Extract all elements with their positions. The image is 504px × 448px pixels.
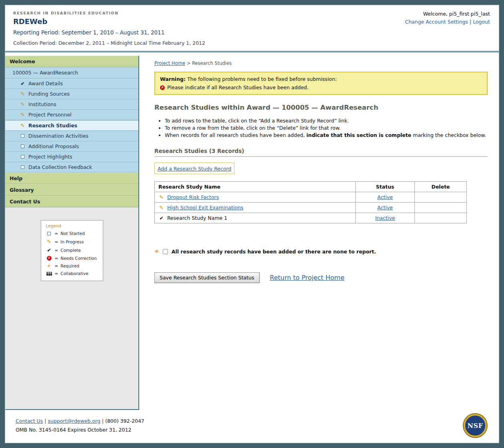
table-header-row: Research Study Name Status Delete [155, 182, 467, 192]
study-status-link[interactable]: Active [377, 194, 393, 200]
footer-email-link[interactable]: support@rdeweb.org [48, 418, 100, 424]
legend-eq: = [55, 239, 58, 244]
in-progress-icon: ✎ [20, 91, 26, 97]
page: RESEARCH IN DISABILITIES EDUCATION RDEWe… [5, 5, 499, 443]
sidebar-item-glossary[interactable]: Glossary [5, 184, 138, 196]
logout-link[interactable]: Logout [473, 19, 490, 25]
legend-eq: = [55, 263, 58, 268]
column-header-name: Research Study Name [155, 182, 356, 192]
breadcrumb-project-home-link[interactable]: Project Home [154, 60, 185, 66]
sidebar-item-award[interactable]: 100005 — AwardResearch [5, 67, 138, 78]
instruction-item: To remove a row from the table, click on… [165, 125, 488, 131]
in-progress-icon: ✎ [158, 194, 164, 200]
legend-eq: = [55, 271, 58, 276]
legend-item-required: ✳ = Required [46, 263, 99, 268]
welcome-user: Welcome, pi5_first pi5_last [405, 11, 490, 17]
in-progress-icon: ✎ [20, 123, 26, 129]
study-name-link[interactable]: High School Exit Examinations [167, 205, 243, 211]
sidebar-item-funding-sources[interactable]: ✎ Funding Sources [5, 89, 138, 99]
sidebar-item-project-personnel[interactable]: ✎ Project Personnel [5, 110, 138, 120]
sidebar-item-label: Award Details [28, 80, 63, 86]
study-name-link[interactable]: Dropout Risk Factors [167, 194, 219, 200]
warning-text: The following problems need to be fixed … [187, 76, 337, 82]
warning-item-text: Please indicate if all Research Studies … [167, 84, 309, 90]
sidebar-item-research-studies[interactable]: ✎ Research Studies [5, 120, 138, 131]
footer-contact-us-link[interactable]: Contact Us [16, 418, 43, 424]
collection-period: Collection Period: December 2, 2011 – Mi… [13, 40, 491, 46]
footer-omb: OMB No. 3145-0164 Expires October 31, 20… [16, 427, 491, 433]
return-to-project-home-link[interactable]: Return to Project Home [270, 274, 344, 281]
table-row: ✔ Research Study Name 1 Inactive [155, 213, 467, 223]
nsf-logo: NSF [464, 414, 487, 437]
warning-line: Warning: The following problems need to … [160, 76, 482, 82]
page-title: Research Studies within Award — 100005 —… [154, 104, 488, 111]
sidebar-item-label: Project Highlights [28, 154, 72, 160]
in-progress-icon: ✎ [158, 205, 164, 211]
save-section-status-button[interactable]: Save Research Studies Section Status [154, 272, 260, 283]
add-record-box: Add a Research Study Record [154, 163, 234, 174]
sidebar-item-label: Research Studies [28, 123, 77, 129]
column-header-status: Status [356, 182, 415, 192]
sidebar-item-contact-us[interactable]: Contact Us [5, 196, 138, 207]
footer: Contact Us | support@rdeweb.org | (800) … [5, 410, 499, 443]
complete-icon: ✔ [20, 81, 26, 86]
actions-row: Save Research Studies Section Status Ret… [154, 272, 488, 283]
not-started-icon [46, 232, 52, 235]
legend: Legend = Not Started ✎ = In Progress ✔ = [41, 220, 103, 281]
sidebar-fill: Legend = Not Started ✎ = In Progress ✔ = [5, 207, 138, 409]
header-separator: | [470, 19, 471, 25]
breadcrumb: Project Home > Research Studies [154, 60, 488, 66]
change-account-settings-link[interactable]: Change Account Settings [405, 19, 468, 25]
main: Project Home > Research Studies Warning:… [139, 56, 499, 410]
legend-eq: = [55, 248, 58, 253]
instructions-list: To add rows to the table, click on the “… [165, 118, 488, 138]
legend-item-not-started: = Not Started [46, 231, 99, 236]
section-title: Research Studies (3 Records) [154, 148, 488, 154]
legend-item-collaborative: = Collaborative [46, 271, 99, 276]
sidebar: Welcome 100005 — AwardResearch ✔ Award D… [5, 56, 139, 410]
header: RESEARCH IN DISABILITIES EDUCATION RDEWe… [5, 5, 499, 52]
study-status-link[interactable]: Inactive [375, 215, 395, 221]
legend-label: Not Started [60, 231, 85, 236]
content: Welcome 100005 — AwardResearch ✔ Award D… [5, 56, 499, 410]
sidebar-item-help[interactable]: Help [5, 173, 138, 184]
footer-phone: (800) 392-2047 [105, 418, 144, 424]
breadcrumb-separator: > [187, 60, 191, 66]
sidebar-item-welcome[interactable]: Welcome [5, 56, 138, 67]
instruction-item: When records for all research studies ha… [165, 132, 488, 138]
sidebar-item-label: Institutions [28, 101, 56, 107]
not-started-icon [20, 145, 26, 148]
legend-label: Complete [60, 248, 81, 253]
sidebar-item-label: Funding Sources [28, 91, 70, 97]
study-status-link[interactable]: Active [377, 205, 393, 211]
section-complete-checkbox[interactable] [163, 249, 168, 254]
sidebar-item-additional-proposals[interactable]: Additional Proposals [5, 141, 138, 152]
header-spacer [5, 52, 499, 56]
legend-eq: = [55, 256, 58, 261]
warning-label: Warning: [160, 76, 186, 82]
legend-label: Needs Correction [60, 256, 97, 261]
sidebar-item-project-highlights[interactable]: Project Highlights [5, 152, 138, 162]
complete-icon: ✔ [46, 247, 52, 253]
delete-cell [415, 203, 467, 213]
not-started-icon [20, 155, 26, 159]
delete-cell [415, 213, 467, 223]
sidebar-item-award-details[interactable]: ✔ Award Details [5, 78, 138, 89]
footer-contact-line: Contact Us | support@rdeweb.org | (800) … [16, 418, 491, 424]
required-icon: ✳ [46, 263, 52, 268]
legend-item-complete: ✔ = Complete [46, 247, 99, 253]
breadcrumb-current: Research Studies [192, 60, 232, 66]
reporting-period: Reporting Period: September 1, 2010 – Au… [13, 29, 491, 36]
table-row: ✎ High School Exit Examinations Active [155, 203, 467, 213]
legend-item-in-progress: ✎ = In Progress [46, 239, 99, 245]
sidebar-item-dissemination-activities[interactable]: Dissemination Activities [5, 131, 138, 141]
confirm-label: All research study records have been add… [172, 249, 376, 255]
not-started-icon [20, 134, 26, 138]
sidebar-item-institutions[interactable]: ✎ Institutions [5, 99, 138, 110]
sidebar-item-data-collection-feedback[interactable]: Data Collection Feedback [5, 162, 138, 173]
warning-box: Warning: The following problems need to … [154, 72, 488, 95]
add-research-study-record-link[interactable]: Add a Research Study Record [158, 166, 231, 172]
sidebar-item-label: Dissemination Activities [28, 133, 88, 139]
study-name-text: Research Study Name 1 [167, 215, 227, 221]
confirm-row: ✳ All research study records have been a… [154, 248, 488, 255]
